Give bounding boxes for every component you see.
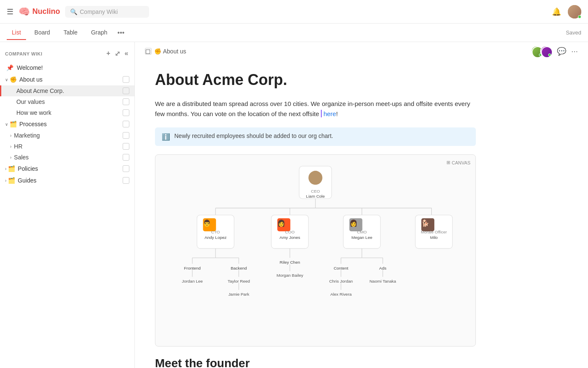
svg-text:👩: 👩 [277,219,286,227]
sales-label: Sales [14,154,123,161]
policies-icon: 🗂️ [8,165,15,172]
sidebar-item-policies[interactable]: › 🗂️ Policies [0,163,134,175]
svg-text:Naomi Tanaka: Naomi Tanaka [370,279,396,283]
breadcrumb-text: About us [163,48,186,55]
breadcrumb: ✊ About us [154,48,186,55]
svg-text:COO: COO [285,230,295,234]
doc-title: About Acme Corp. [155,71,476,89]
notification-icon[interactable]: 🔔 [552,7,561,16]
hr-label: HR [14,143,123,150]
doc-link-here[interactable]: here [323,110,336,117]
hr-checkbox[interactable] [123,143,129,150]
app-name: Nuclino [32,7,60,16]
doc-body: We are a distributed team spread across … [155,99,476,119]
guides-checkbox[interactable] [123,177,129,184]
about-acme-checkbox[interactable] [123,87,129,94]
policies-checkbox[interactable] [123,165,129,172]
collab-avatar-2 [540,45,552,57]
topbar-left: ☰ 🧠 Nuclino 🔍 Company Wiki [7,6,149,18]
section-title: Meet the founder [155,357,476,368]
our-values-checkbox[interactable] [123,98,129,105]
canvas-label: ⊞ CANVAS [446,160,470,165]
chevron-right-icon: › [10,155,11,160]
chevron-right-icon: › [5,167,6,171]
sidebar-item-how-we-work[interactable]: How we work [0,107,134,118]
svg-text:👩: 👩 [349,219,358,227]
hamburger-icon[interactable]: ☰ [7,7,13,16]
svg-text:Andy Lopez: Andy Lopez [205,235,227,240]
online-indicator [578,15,581,19]
processes-checkbox[interactable] [123,121,129,127]
sidebar-item-marketing[interactable]: › Marketing [0,130,134,141]
doc-checkbox[interactable]: ☐ [145,48,152,55]
sidebar-item-our-values[interactable]: Our values [0,96,134,107]
how-we-work-label: How we work [16,109,123,116]
sidebar-item-label: Welcome! [17,64,129,71]
topbar: ☰ 🧠 Nuclino 🔍 Company Wiki 🔔 [0,0,588,24]
svg-text:Morale Officer: Morale Officer [421,230,447,234]
marketing-checkbox[interactable] [123,132,129,139]
sidebar-expand-icon[interactable]: ⤢ [114,49,121,58]
svg-text:🐕: 🐕 [421,219,430,227]
main-top-bar: ☐ ✊ About us 💬 ⋯ [135,42,588,61]
svg-text:Morgan Bailey: Morgan Bailey [276,273,303,278]
tab-graph[interactable]: Graph [86,26,113,40]
tab-table[interactable]: Table [58,26,82,40]
sidebar-item-about-acme[interactable]: About Acme Corp. [0,85,134,96]
saved-label: Saved [566,29,581,36]
tab-more-icon[interactable]: ••• [118,29,125,37]
tab-board[interactable]: Board [29,26,55,40]
group-label-processes: Processes [19,121,123,127]
chevron-down-icon: ∨ [5,122,8,127]
sidebar-add-icon[interactable]: + [105,49,111,58]
sidebar-header: COMPANY WIKI + ⤢ « [0,47,134,62]
comment-icon[interactable]: 💬 [557,47,566,56]
sidebar-collapse-icon[interactable]: « [124,49,129,58]
svg-point-1 [308,171,322,185]
user-avatar[interactable] [568,5,581,19]
svg-text:Liam Cole: Liam Cole [306,194,325,199]
logo-icon: 🧠 [18,6,30,17]
policies-label: Policies [18,165,123,172]
sidebar-group-header-about-us[interactable]: ∨ ✊ About us [0,74,134,85]
about-acme-label: About Acme Corp. [16,87,123,94]
sidebar-item-welcome[interactable]: 📌 Welcome! [0,62,134,74]
search-bar[interactable]: 🔍 Company Wiki [65,6,149,18]
svg-text:Ads: Ads [379,266,386,270]
svg-text:Jordan Lee: Jordan Lee [182,279,203,283]
sidebar-group-header-processes[interactable]: ∨ 🗂️ Processes [0,118,134,130]
topbar-right: 🔔 [552,5,581,19]
cursor [321,110,322,117]
sidebar-item-hr[interactable]: › HR [0,141,134,152]
doc-body-text: We are a distributed team spread across … [155,100,470,117]
breadcrumb-area: ☐ ✊ About us [145,48,186,55]
svg-text:Alex Rivera: Alex Rivera [330,292,352,297]
svg-text:Backend: Backend [231,266,247,270]
canvas-icon: ⊞ [446,160,450,165]
svg-text:CEO: CEO [311,189,320,193]
chevron-right-icon: › [10,133,11,138]
sidebar-item-guides[interactable]: › 🗂️ Guides [0,175,134,186]
tab-list[interactable]: List [7,26,26,40]
svg-text:CTO: CTO [211,230,220,234]
how-we-work-checkbox[interactable] [123,109,129,116]
logo[interactable]: 🧠 Nuclino [18,6,60,17]
info-box: ℹ️ Newly recruited employees should be a… [155,127,476,146]
breadcrumb-icon: ✊ [154,48,161,55]
svg-text:Milo: Milo [430,235,438,240]
canvas-text: CANVAS [452,160,470,165]
collab-avatars [531,45,552,57]
tabbar: List Board Table Graph ••• Saved [0,24,588,42]
org-chart-canvas: ⊞ CANVAS CEO Liam Cole [155,154,476,347]
sales-checkbox[interactable] [123,154,129,161]
our-values-label: Our values [16,98,123,105]
guides-label: Guides [18,177,123,184]
layout: COMPANY WIKI + ⤢ « 📌 Welcome! ∨ ✊ About … [0,42,588,368]
svg-text:CMO: CMO [357,230,367,234]
sidebar-item-sales[interactable]: › Sales [0,152,134,163]
more-options-icon[interactable]: ⋯ [571,48,578,56]
doc-content: About Acme Corp. We are a distributed te… [135,61,496,368]
pin-icon: 📌 [6,64,13,71]
about-us-checkbox[interactable] [123,76,129,83]
svg-text:Chris Jordan: Chris Jordan [329,279,353,283]
